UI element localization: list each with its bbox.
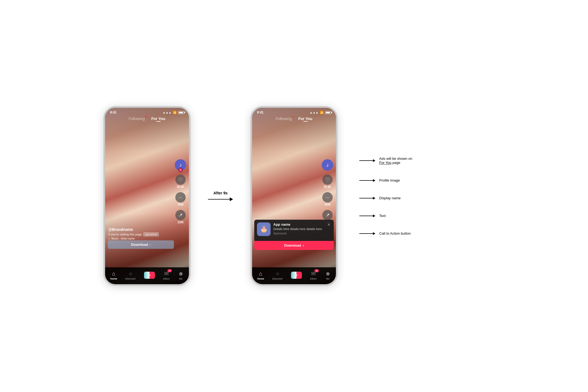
ad-card-header: 🎂 App name Details here details here det… xyxy=(257,222,331,236)
ad-close-button[interactable]: ✕ xyxy=(327,222,331,227)
username-1: @Brandname xyxy=(108,227,159,232)
ad-app-icon: 🎂 xyxy=(257,222,271,236)
share-action-1[interactable]: ↗ 1256 xyxy=(175,210,186,224)
status-time-2: 9:41 xyxy=(257,111,264,114)
signal-icon: ▲▲▲ xyxy=(163,111,171,114)
ad-app-name: App name xyxy=(273,222,324,226)
phone-2: 9:41 ▲▲▲ 📶 Following For You xyxy=(250,106,338,286)
profile-icon-1: ☻ xyxy=(178,271,184,277)
music-note-icon: ♫ xyxy=(108,237,111,240)
heart-icon-1: ♡ xyxy=(175,174,186,185)
nav-add-2[interactable] xyxy=(291,272,302,279)
ad-description: Details here details here details here xyxy=(273,227,324,231)
arrow-shaft xyxy=(208,199,230,200)
share-count-1: 1256 xyxy=(177,221,183,224)
inbox-badge-1: 9 xyxy=(167,269,172,272)
follow-plus-badge: + xyxy=(178,168,183,172)
status-icons: ▲▲▲ 📶 xyxy=(163,111,184,114)
comment-icon-2: ··· xyxy=(322,192,333,203)
sponsored-badge-1: Sponsored xyxy=(143,232,159,236)
bottom-info-1: @Brandname If you're visiting this page … xyxy=(108,227,159,240)
ad-card: 🎂 App name Details here details here det… xyxy=(254,220,334,241)
nav-me-2[interactable]: ☻ Me xyxy=(325,271,331,280)
ad-download-chevron: › xyxy=(303,243,304,247)
tab-for-you-1[interactable]: For You xyxy=(151,117,166,121)
annotation-profile: Profile image xyxy=(359,178,412,182)
add-button-2[interactable] xyxy=(291,272,302,279)
following-dot xyxy=(145,116,147,117)
add-button-1[interactable] xyxy=(144,272,155,279)
annotation-text-text: Text xyxy=(379,214,386,218)
ann-arrow-for-you xyxy=(359,159,375,162)
like-action-1[interactable]: ♡ 25.3K xyxy=(175,174,186,188)
nav-inbox-2[interactable]: ✉ 9 Inbox xyxy=(310,270,317,280)
comment-action-1[interactable]: ··· 3456 xyxy=(175,192,186,206)
comment-icon-1: ··· xyxy=(175,192,186,203)
tab-following-1[interactable]: Following xyxy=(129,117,145,121)
ad-sponsored-label: Sponsored xyxy=(273,232,324,235)
inbox-badge-2: 9 xyxy=(314,269,319,272)
annotation-text-profile: Profile image xyxy=(379,178,400,182)
download-chevron-1: › xyxy=(150,243,151,246)
nav-discover-2[interactable]: ○ Discover xyxy=(272,271,283,280)
comment-count-1: 3456 xyxy=(177,203,183,206)
ad-text-block: App name Details here details here detai… xyxy=(273,222,324,235)
nav-discover-1[interactable]: ○ Discover xyxy=(125,271,136,280)
share-icon-2: ↗ xyxy=(322,210,333,220)
ann-arrow-text xyxy=(359,215,375,217)
page-wrapper: 9:41 ▲▲▲ 📶 Following For You xyxy=(103,106,485,286)
annotation-text-cta: Call to Action button xyxy=(379,231,411,235)
transition-arrow: After 9s xyxy=(207,191,234,201)
arrow-head xyxy=(230,197,233,201)
phone-1: 9:41 ▲▲▲ 📶 Following For You xyxy=(103,106,191,286)
nav-tabs-1: Following For You xyxy=(105,115,189,122)
comment-count-2: 3456 xyxy=(324,203,330,206)
annotation-for-you: Ads will be shown onFor You page xyxy=(359,157,412,165)
ann-arrow-cta xyxy=(359,232,375,235)
download-bar-1[interactable]: Download › xyxy=(108,240,174,249)
music-1: ♫ Music - Artist name xyxy=(108,237,159,240)
ad-overlay: 🎂 App name Details here details here det… xyxy=(254,220,334,250)
annotations-panel: Ads will be shown onFor You page Profile… xyxy=(359,157,412,235)
discover-icon-1: ○ xyxy=(129,271,132,277)
heart-icon-2: ♡ xyxy=(322,174,333,185)
battery-icon xyxy=(178,111,184,114)
tiktok-icon-2: ♪ xyxy=(326,162,329,168)
share-icon-1: ↗ xyxy=(175,210,186,220)
wifi-icon-2: 📶 xyxy=(320,111,324,114)
profile-button-2[interactable]: ♪ xyxy=(322,159,333,171)
ann-arrow-profile xyxy=(359,179,375,182)
status-icons-2: ▲▲▲ 📶 xyxy=(310,111,331,114)
like-action-2[interactable]: ♡ 25.3K xyxy=(322,174,333,188)
comment-action-2[interactable]: ··· 3456 xyxy=(322,192,333,206)
ann-arrow-display-name xyxy=(359,197,375,200)
nav-home-1[interactable]: ⌂ Home xyxy=(110,271,117,280)
nav-inbox-1[interactable]: ✉ 9 Inbox xyxy=(163,270,170,280)
nav-add-1[interactable] xyxy=(144,272,155,279)
home-icon-1: ⌂ xyxy=(112,271,115,277)
nav-me-1[interactable]: ☻ Me xyxy=(178,271,184,280)
content-area-1: ♪ + ♡ 25.3K ··· 3456 ↗ 1256 xyxy=(105,122,189,267)
tiktok-icon-1: ♪ xyxy=(179,162,182,168)
annotation-cta: Call to Action button xyxy=(359,231,412,235)
annotation-display-name: Display name xyxy=(359,196,412,200)
arrow-line xyxy=(208,197,233,201)
ad-download-button[interactable]: Download › xyxy=(254,241,334,250)
nav-tabs-2: Following For You xyxy=(252,115,336,122)
arrow-label: After 9s xyxy=(213,191,228,195)
nav-home-2[interactable]: ⌂ Home xyxy=(257,271,264,280)
tab-following-2[interactable]: Following xyxy=(276,117,292,121)
home-icon-2: ⌂ xyxy=(259,271,262,277)
like-count-2: 25.3K xyxy=(324,185,331,188)
action-buttons-2: ♪ ♡ 25.3K ··· 3456 ↗ 1256 xyxy=(322,159,333,224)
profile-button-1[interactable]: ♪ + xyxy=(175,159,186,171)
status-time: 9:41 xyxy=(110,111,117,114)
like-count-1: 25.3K xyxy=(177,185,184,188)
tab-for-you-2[interactable]: For You xyxy=(298,117,313,121)
annotation-text-display-name: Display name xyxy=(379,196,401,200)
signal-icon-2: ▲▲▲ xyxy=(310,111,318,114)
caption-1: If you're visiting this page Sponsored xyxy=(108,232,159,236)
status-bar-2: 9:41 ▲▲▲ 📶 xyxy=(252,108,336,115)
status-bar-1: 9:41 ▲▲▲ 📶 xyxy=(105,108,189,115)
wifi-icon: 📶 xyxy=(173,111,177,114)
